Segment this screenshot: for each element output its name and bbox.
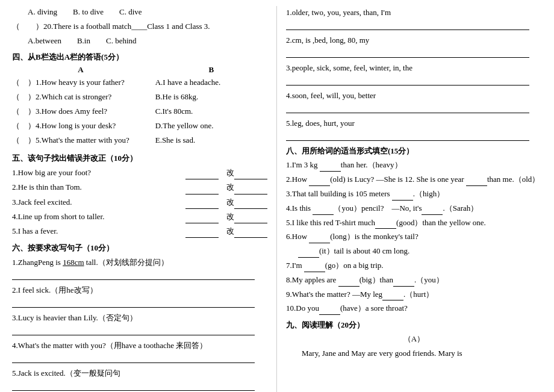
q20-options: A.between B.in C. behind (12, 35, 267, 48)
section9-sub: （A） (286, 333, 542, 346)
s8-b2a (309, 185, 330, 186)
match-b2: B.He is 68kg. (155, 91, 267, 104)
option-line: A. diving B. to dive C. dive (12, 6, 267, 19)
page-container: A. diving B. to dive C. dive （ ）20.There… (12, 6, 542, 392)
matching-section: A （ ）1.How heavy is your father? （ ）2.Wh… (12, 65, 267, 148)
s5-ans5 (185, 237, 219, 238)
section8-title: 八、用所给词的适当形式填空(15分） (286, 146, 542, 157)
s5-ans2 (185, 194, 219, 194)
s6-item3: 3.Lucy is heavier than Lily.（否定句） (12, 311, 267, 335)
s5-q2: 2.He is thin than Tom. (12, 181, 182, 194)
s7-q2: 2.cm, is ,bed, long, 80, my (286, 34, 542, 47)
s5-blank5: 改 (185, 225, 267, 238)
section9: 九、阅读理解（20分） （A） Mary, Jane and May are v… (286, 320, 542, 360)
s6-q5: 5.Jack is excited.（变一般疑问句 (12, 367, 267, 380)
s6-item4: 4.What's the matter with you?（用have a to… (12, 339, 267, 363)
s5-q5: 5.I has a fever. (12, 225, 182, 238)
s5-cor5 (234, 237, 267, 238)
q20-line: （ ）20.There is a football match____Class… (12, 20, 267, 33)
s8-b6b (298, 257, 319, 258)
s8-b4a (313, 214, 334, 215)
s5-ans1 (185, 179, 219, 179)
intro-section: A. diving B. to dive C. dive （ ）20.There… (12, 6, 267, 47)
s7-ans3 (286, 76, 529, 86)
section7-right: 1.older, two, you, years, than, I'm 2.cm… (286, 6, 542, 141)
s5-ans4 (185, 223, 219, 223)
section4: 四、从B栏选出A栏的答语(5分） A （ ）1.How heavy is you… (12, 52, 267, 148)
section6: 六、按要求改写句子（10分） 1.ZhangPeng is 168cm tall… (12, 243, 267, 391)
col-a: A （ ）1.How heavy is your father? （ ）2.Wh… (12, 65, 149, 148)
s5-q4: 4.Line up from short to taller. (12, 210, 182, 223)
s7-ans1 (286, 20, 529, 30)
match-b5: E.She is sad. (155, 134, 267, 147)
match-b3: C.It's 80cm. (155, 105, 267, 118)
s5-blank3: 改 (185, 196, 267, 209)
s5-ans3 (185, 208, 219, 209)
s8-b9 (382, 300, 403, 300)
s7-item2: 2.cm, is ,bed, long, 80, my (286, 34, 542, 58)
s6-item2: 2.I feel sick.（用he改写） (12, 284, 267, 308)
s6-item5: 5.Jack is excited.（变一般疑问句 (12, 367, 267, 391)
section4-title: 四、从B栏选出A栏的答语(5分） (12, 52, 267, 63)
s5-cor3 (234, 208, 267, 209)
left-column: A. diving B. to dive C. dive （ ）20.There… (12, 6, 277, 392)
right-column: 1.older, two, you, years, than, I'm 2.cm… (277, 6, 542, 392)
s8-q7: 7.I'm (go）on a big trip. (286, 260, 542, 272)
s8-b6a (309, 243, 330, 243)
s8-q8: 8.My apples are (big）than.（you） (286, 274, 542, 287)
s7-item4: 4.soon, feel, will, you, better (286, 89, 542, 113)
s6-item1: 1.ZhangPeng is 168cm tall.（对划线部分提问） (12, 256, 267, 280)
s6-ans4 (12, 353, 255, 363)
s5-row1: 1.How big are your foot? 改 (12, 166, 267, 179)
section5-title: 五、该句子找出错误并改正（10分） (12, 153, 267, 164)
s7-ans4 (286, 104, 529, 113)
match-a1: （ ）1.How heavy is your father? (12, 76, 149, 89)
s7-item1: 1.older, two, you, years, than, I'm (286, 6, 542, 30)
s8-b3 (392, 200, 413, 201)
s8-q6a: 6.How (long）is the monkey's tail? (286, 231, 542, 243)
s8-q10: 10.Do you(have）a sore throat? (286, 302, 542, 315)
match-b4: D.The yellow one. (155, 120, 267, 132)
s6-ans5 (12, 381, 255, 391)
s5-blank2: 改 (185, 181, 267, 194)
match-b1: A.I have a headache. (155, 76, 267, 89)
s6-q1: 1.ZhangPeng is 168cm tall.（对划线部分提问） (12, 256, 267, 269)
s6-q3: 3.Lucy is heavier than Lily.（否定句） (12, 311, 267, 325)
s7-item5: 5.leg, does, hurt, your (286, 117, 542, 141)
s7-item3: 3.people, sick, some, feel, winter, in, … (286, 61, 542, 86)
s8-q6b: (it）tail is about 40 cm long. (286, 245, 542, 258)
col-b: B A.I have a headache. B.He is 68kg. C.I… (155, 65, 267, 148)
section9-text: Mary, Jane and May are very good friends… (286, 347, 542, 360)
match-a3: （ ）3.How does Amy feel? (12, 105, 149, 118)
s7-q1: 1.older, two, you, years, than, I'm (286, 6, 542, 19)
s6-ans3 (12, 326, 255, 335)
section5: 五、该句子找出错误并改正（10分） 1.How big are your foo… (12, 153, 267, 237)
s5-cor4 (234, 223, 267, 223)
section6-title: 六、按要求改写句子（10分） (12, 243, 267, 254)
s7-q4: 4.soon, feel, will, you, better (286, 89, 542, 102)
s5-q1: 1.How big are your foot? (12, 166, 182, 179)
s8-b2b (466, 185, 487, 186)
s5-q3: 3.Jack feel excited. (12, 196, 182, 209)
s8-q2: 2.How (old) is Lucy? —She is 12. She is … (286, 173, 542, 186)
s5-row5: 5.I has a fever. 改 (12, 225, 267, 238)
s5-row3: 3.Jack feel excited. 改 (12, 196, 267, 209)
section8: 八、用所给词的适当形式填空(15分） 1.I'm 3 kg than her.（… (286, 146, 542, 315)
s6-q2: 2.I feel sick.（用he改写） (12, 284, 267, 297)
s8-q9: 9.What's the matter? —My leg.（hurt） (286, 288, 542, 301)
s7-ans5 (286, 131, 529, 141)
s5-blank1: 改 (185, 166, 267, 179)
s5-row4: 4.Line up from short to taller. 改 (12, 210, 267, 223)
col-b-title: B (155, 65, 267, 75)
s8-b5 (375, 228, 396, 229)
s7-q5: 5.leg, does, hurt, your (286, 117, 542, 130)
s8-q3: 3.That tall building is 105 meters .（hig… (286, 188, 542, 201)
s8-b8b (393, 286, 414, 287)
s8-b1 (320, 171, 341, 172)
s5-row2: 2.He is thin than Tom. 改 (12, 181, 267, 194)
s8-q4: 4.Is this （you）pencil? —No, it's.（Sarah） (286, 202, 542, 215)
s7-q3: 3.people, sick, some, feel, winter, in, … (286, 61, 542, 75)
s6-q4: 4.What's the matter with you?（用have a to… (12, 339, 267, 352)
s6-ans2 (12, 298, 255, 308)
match-a4: （ ）4.How long is your desk? (12, 120, 149, 132)
